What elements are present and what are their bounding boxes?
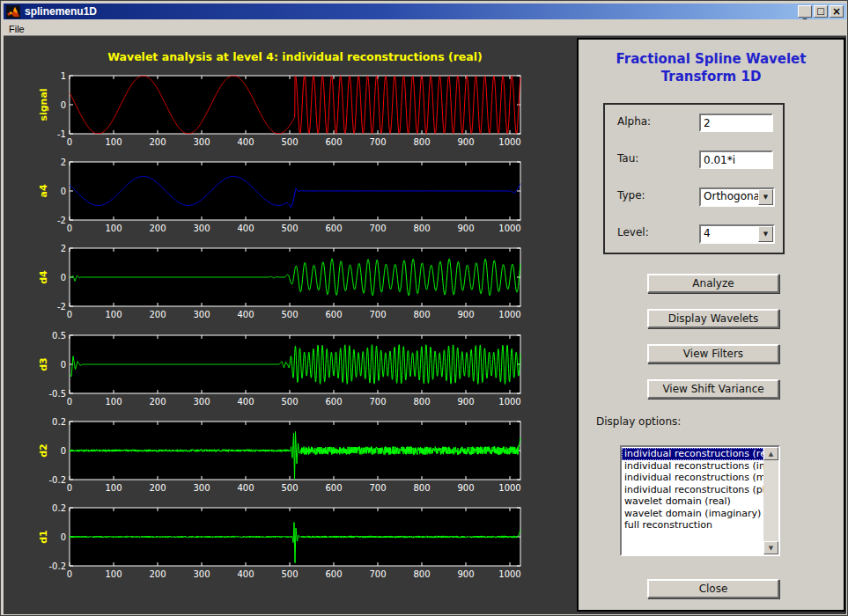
panel-title: Fractional Spline Wavelet Transform 1D (579, 50, 844, 85)
svg-text:800: 800 (413, 310, 430, 319)
display-option-3[interactable]: individual reconstrucitons (phase) (622, 484, 763, 496)
svg-text:200: 200 (149, 569, 166, 579)
svg-text:800: 800 (413, 483, 430, 493)
svg-text:0: 0 (61, 273, 66, 282)
listbox-items: individual reconstructions (real)individ… (622, 447, 763, 554)
tau-input[interactable] (699, 150, 773, 169)
display-option-0[interactable]: individual reconstructions (real) (622, 448, 763, 460)
svg-text:300: 300 (193, 310, 210, 319)
svg-text:0: 0 (61, 360, 66, 370)
svg-text:200: 200 (149, 397, 166, 407)
svg-text:100: 100 (105, 310, 122, 319)
display-option-6[interactable]: full reconstruction (622, 519, 763, 532)
svg-text:600: 600 (325, 483, 342, 493)
svg-text:800: 800 (413, 569, 430, 579)
window-controls: _ □ × (798, 5, 844, 18)
svg-text:900: 900 (457, 569, 474, 579)
display-options-listbox[interactable]: individual reconstructions (real)individ… (620, 445, 780, 556)
svg-text:100: 100 (105, 224, 122, 233)
svg-text:0: 0 (67, 224, 72, 233)
scroll-up-icon[interactable]: ▲ (763, 447, 778, 460)
scroll-down-icon[interactable]: ▼ (763, 541, 778, 554)
svg-text:1000: 1000 (498, 569, 520, 579)
svg-text:200: 200 (149, 224, 166, 233)
type-label: Type: (617, 189, 645, 202)
svg-text:0: 0 (61, 187, 66, 196)
svg-text:600: 600 (325, 569, 342, 579)
svg-text:300: 300 (193, 483, 210, 493)
minimize-button[interactable]: _ (798, 5, 812, 18)
listbox-scrollbar[interactable]: ▲ ▼ (763, 447, 778, 554)
svg-text:0: 0 (67, 310, 72, 319)
svg-text:800: 800 (413, 137, 430, 147)
svg-text:300: 300 (193, 397, 210, 407)
svg-text:100: 100 (105, 483, 122, 493)
svg-text:-0.5: -0.5 (48, 389, 66, 399)
svg-text:500: 500 (281, 310, 298, 319)
display-option-4[interactable]: wavelet domain (real) (622, 495, 763, 508)
view-filters-button[interactable]: View Filters (647, 344, 779, 363)
display-option-1[interactable]: individual reconstructions (imaginary) (622, 460, 763, 473)
tau-label: Tau: (617, 152, 638, 165)
svg-text:800: 800 (413, 224, 430, 233)
svg-text:0: 0 (67, 569, 72, 579)
svg-text:100: 100 (105, 397, 122, 407)
svg-text:600: 600 (325, 224, 342, 233)
menu-file[interactable]: File (4, 21, 30, 37)
display-wavelets-button[interactable]: Display Wavelets (647, 309, 779, 328)
svg-text:d3: d3 (38, 357, 49, 371)
svg-text:400: 400 (237, 310, 254, 319)
view-shift-variance-button[interactable]: View Shift Variance (647, 379, 779, 399)
maximize-button[interactable]: □ (814, 5, 828, 18)
maximize-icon: □ (816, 7, 824, 16)
close-button[interactable]: Close (647, 579, 779, 598)
alpha-label: Alpha: (617, 115, 651, 128)
svg-text:0: 0 (61, 100, 66, 110)
svg-text:1000: 1000 (498, 137, 520, 147)
level-dropdown[interactable]: 4 ▼ (699, 224, 775, 244)
svg-text:1000: 1000 (498, 483, 520, 493)
svg-text:a4: a4 (38, 184, 49, 197)
analyze-button[interactable]: Analyze (647, 274, 779, 293)
svg-text:700: 700 (369, 137, 386, 147)
svg-text:200: 200 (149, 137, 166, 147)
svg-text:300: 300 (193, 569, 210, 579)
svg-text:500: 500 (281, 397, 298, 407)
close-window-button[interactable]: × (830, 5, 844, 18)
svg-text:700: 700 (369, 224, 386, 233)
level-label: Level: (617, 226, 649, 238)
svg-text:900: 900 (457, 397, 474, 407)
svg-text:0: 0 (61, 446, 66, 456)
level-row: Level: 4 ▼ (605, 224, 783, 246)
svg-text:0: 0 (61, 532, 66, 542)
plot-signal: 0100200300400500600700800900100010-1sign… (38, 71, 521, 148)
chevron-down-icon[interactable]: ▼ (758, 226, 773, 242)
svg-text:400: 400 (237, 224, 254, 233)
matlab-app-icon (6, 5, 20, 18)
svg-text:700: 700 (369, 310, 386, 319)
window-title: splinemenu1D (25, 5, 97, 18)
svg-text:-0.2: -0.2 (48, 475, 66, 485)
svg-text:500: 500 (281, 137, 298, 147)
svg-text:700: 700 (369, 483, 386, 493)
svg-text:400: 400 (237, 397, 254, 407)
plot-d4: 0100200300400500600700800900100020-2d4 (38, 244, 521, 320)
type-value: Orthogonal (704, 190, 763, 202)
plot-d3: 010020030040050060070080090010000.50-0.5… (38, 331, 521, 407)
svg-text:1: 1 (61, 71, 66, 81)
chevron-down-icon[interactable]: ▼ (758, 189, 773, 205)
display-option-5[interactable]: wavelet domain (imaginary) (622, 508, 763, 520)
svg-text:600: 600 (325, 310, 342, 319)
svg-text:800: 800 (413, 397, 430, 407)
svg-text:500: 500 (281, 483, 298, 493)
type-dropdown[interactable]: Orthogonal ▼ (699, 187, 775, 207)
svg-text:400: 400 (237, 137, 254, 147)
alpha-input[interactable] (699, 114, 773, 132)
svg-text:600: 600 (325, 397, 342, 407)
plot-d2: 010020030040050060070080090010000.20-0.2… (38, 417, 521, 494)
svg-text:600: 600 (325, 137, 342, 147)
display-option-2[interactable]: individual reconstructions (magnitude) (622, 472, 763, 484)
svg-text:d2: d2 (38, 444, 49, 458)
tau-row: Tau: (605, 150, 783, 172)
svg-text:700: 700 (369, 397, 386, 407)
